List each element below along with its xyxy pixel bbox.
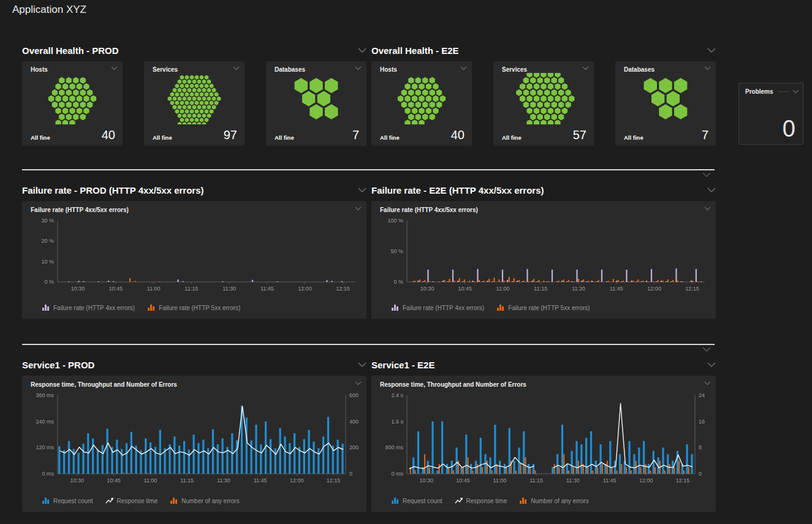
hexagon[interactable] bbox=[537, 89, 543, 96]
hexagon[interactable] bbox=[55, 120, 61, 124]
hexagon[interactable] bbox=[195, 101, 199, 105]
chevron-down-icon[interactable] bbox=[704, 66, 711, 70]
hexagon[interactable] bbox=[190, 75, 194, 80]
hexagon[interactable] bbox=[183, 79, 187, 84]
hexagon[interactable] bbox=[426, 108, 431, 115]
hexagon[interactable] bbox=[325, 104, 338, 120]
hexagon[interactable] bbox=[555, 108, 560, 115]
hexagon[interactable] bbox=[192, 105, 197, 110]
hexagon[interactable] bbox=[180, 101, 184, 105]
hexagon[interactable] bbox=[530, 77, 536, 84]
hexagon[interactable] bbox=[433, 96, 438, 102]
hexagon[interactable] bbox=[73, 113, 78, 120]
hexagon[interactable] bbox=[541, 73, 546, 78]
hexagon[interactable] bbox=[541, 96, 546, 102]
hexagon[interactable] bbox=[192, 122, 197, 124]
hexagon[interactable] bbox=[674, 78, 687, 93]
hexagon[interactable] bbox=[408, 102, 414, 108]
hexagon[interactable] bbox=[436, 89, 442, 96]
hexagon[interactable] bbox=[178, 105, 182, 110]
hexagon[interactable] bbox=[52, 102, 58, 108]
hexagon[interactable] bbox=[178, 88, 182, 93]
hexagon[interactable] bbox=[562, 108, 567, 115]
hexagon[interactable] bbox=[426, 83, 431, 90]
hexagon[interactable] bbox=[555, 73, 560, 78]
hexagon[interactable] bbox=[426, 96, 431, 102]
hexagon[interactable] bbox=[195, 118, 199, 123]
hexagon[interactable] bbox=[200, 109, 204, 114]
hexagon[interactable] bbox=[523, 102, 529, 108]
legend-item[interactable]: Number of any errors bbox=[519, 497, 588, 504]
hexagon[interactable] bbox=[412, 108, 417, 115]
hexagon[interactable] bbox=[659, 104, 672, 120]
hexagon[interactable] bbox=[77, 83, 82, 90]
hexagon[interactable] bbox=[188, 88, 192, 93]
hexagon[interactable] bbox=[659, 78, 672, 93]
hexagon[interactable] bbox=[212, 96, 216, 101]
chevron-down-icon[interactable] bbox=[358, 188, 366, 192]
hexagon[interactable] bbox=[73, 102, 78, 108]
chevron-down-icon[interactable] bbox=[704, 207, 711, 211]
hexagon[interactable] bbox=[205, 75, 209, 80]
chevron-down-icon[interactable] bbox=[355, 66, 362, 70]
hexagon[interactable] bbox=[69, 108, 75, 115]
problems-tile[interactable]: Problems 0 bbox=[738, 83, 803, 145]
hexagon[interactable] bbox=[66, 77, 72, 84]
hexagon[interactable] bbox=[55, 108, 61, 115]
hexagon[interactable] bbox=[180, 83, 184, 88]
honeycomb-chart[interactable] bbox=[501, 73, 586, 124]
hexagon[interactable] bbox=[302, 91, 315, 107]
hexagon[interactable] bbox=[188, 96, 192, 101]
service-metrics-chart[interactable]: 0 ms120 ms240 ms360 ms020040060010:3010:… bbox=[22, 388, 366, 491]
chevron-down-icon[interactable] bbox=[582, 66, 589, 70]
failure-rate-chart[interactable]: 0 %10 %20 %30 %10:3010:4511:0011:1511:30… bbox=[22, 213, 366, 298]
hexagon[interactable] bbox=[197, 113, 202, 118]
honeycomb-chart[interactable] bbox=[379, 73, 465, 124]
hexagon[interactable] bbox=[175, 101, 180, 105]
chevron-down-icon[interactable] bbox=[707, 48, 716, 53]
legend-item[interactable]: Failure rate (HTTP 4xx errors) bbox=[391, 304, 484, 311]
hexagon[interactable] bbox=[415, 102, 421, 108]
hexagon[interactable] bbox=[66, 113, 72, 120]
hexagon[interactable] bbox=[180, 92, 184, 97]
hexagon[interactable] bbox=[408, 89, 414, 96]
hexagon[interactable] bbox=[419, 120, 424, 124]
hexagon[interactable] bbox=[200, 101, 204, 105]
hexagon[interactable] bbox=[555, 83, 560, 90]
hexagon[interactable] bbox=[183, 122, 187, 124]
hexagon[interactable] bbox=[185, 75, 189, 80]
hexagon[interactable] bbox=[214, 92, 219, 97]
hexagon[interactable] bbox=[534, 73, 539, 78]
hexagon[interactable] bbox=[436, 102, 442, 108]
hexagon[interactable] bbox=[200, 92, 204, 97]
hexagon[interactable] bbox=[83, 96, 89, 102]
legend-item[interactable]: Request count bbox=[42, 497, 93, 504]
chevron-down-icon[interactable] bbox=[792, 89, 799, 94]
hexagon[interactable] bbox=[66, 102, 72, 108]
chevron-down-icon[interactable] bbox=[704, 381, 711, 385]
hexagon[interactable] bbox=[80, 113, 86, 120]
hexagon[interactable] bbox=[558, 113, 564, 120]
hexagon[interactable] bbox=[59, 102, 64, 108]
hexagon[interactable] bbox=[537, 77, 543, 84]
hexagon[interactable] bbox=[205, 92, 209, 97]
hexagon[interactable] bbox=[534, 108, 539, 115]
hexagon[interactable] bbox=[185, 109, 189, 114]
hexagon[interactable] bbox=[185, 101, 189, 105]
hexagon[interactable] bbox=[537, 102, 543, 108]
hexagon[interactable] bbox=[212, 105, 216, 110]
hexagon[interactable] bbox=[317, 91, 330, 107]
hexagon[interactable] bbox=[205, 118, 209, 123]
hexagon[interactable] bbox=[202, 96, 207, 101]
hexagon[interactable] bbox=[175, 83, 180, 88]
chevron-down-icon[interactable] bbox=[358, 48, 366, 53]
legend-item[interactable]: Response time bbox=[455, 497, 507, 504]
hexagon[interactable] bbox=[430, 113, 435, 120]
hexagon[interactable] bbox=[562, 83, 567, 90]
health-tile-hosts[interactable]: Hosts All fine40 bbox=[371, 61, 472, 146]
hexagon[interactable] bbox=[552, 89, 557, 96]
hexagon[interactable] bbox=[52, 89, 58, 96]
hexagon[interactable] bbox=[190, 92, 194, 97]
hexagon[interactable] bbox=[562, 96, 567, 102]
health-tile-databases[interactable]: Databases All fine7 bbox=[615, 61, 716, 146]
